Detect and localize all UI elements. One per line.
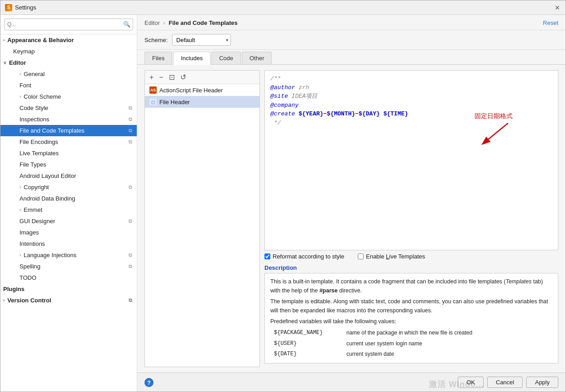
add-button[interactable]: + <box>148 73 155 82</box>
window-controls: ✕ <box>554 4 561 11</box>
search-box: 🔍 <box>0 15 137 34</box>
search-input[interactable] <box>4 19 133 30</box>
chevron-icon: › <box>3 38 5 43</box>
breadcrumb-separator: › <box>163 19 167 26</box>
right-panel: Editor › File and Code Templates Reset S… <box>137 15 566 392</box>
bottom-bar: ? 激活 Windo... OK Cancel Apply <box>137 373 566 392</box>
reset-link[interactable]: Reset <box>543 19 558 26</box>
options-row: Reformat according to style Enable Live … <box>264 250 558 262</box>
desc-line1: This is a built-in template. It contains… <box>270 277 552 295</box>
file-header-icon: ◻ <box>149 98 157 105</box>
revert-button[interactable]: ↺ <box>178 72 188 82</box>
template-list-panel: + − ⊡ ↺ AS ActionScript File Header ◻ Fi… <box>144 70 260 367</box>
sidebar-item-version-control[interactable]: › Version Control ⧉ <box>0 295 137 306</box>
list-item-file-header[interactable]: ◻ File Header <box>145 96 259 108</box>
sidebar-item-general[interactable]: › General <box>0 68 137 80</box>
annotation-text: 固定日期格式 <box>475 111 513 121</box>
sidebar-item-live-templates[interactable]: Live Templates <box>0 148 137 159</box>
tabs-row: Files Includes Code Other <box>137 50 566 65</box>
sidebar-item-keymap[interactable]: Keymap <box>0 46 137 57</box>
search-icon: 🔍 <box>123 21 130 28</box>
sidebar-item-code-style[interactable]: Code Style ⧉ <box>0 102 137 114</box>
table-row: ${PACKAGE_NAME} name of the package in w… <box>270 328 552 338</box>
sidebar-item-plugins[interactable]: Plugins <box>0 283 137 295</box>
template-list: AS ActionScript File Header ◻ File Heade… <box>145 84 259 367</box>
main-content: 🔍 › Appearance & Behavior Keymap ∨ Edito… <box>0 15 566 392</box>
live-templates-checkbox-label[interactable]: Enable Live Templates <box>358 253 425 260</box>
scheme-select[interactable]: Default Project <box>172 34 231 46</box>
cancel-button[interactable]: Cancel <box>487 377 523 388</box>
title-bar: S Settings ✕ <box>0 0 566 15</box>
sidebar-item-todo[interactable]: TODO <box>0 272 137 283</box>
apply-button[interactable]: Apply <box>526 377 558 388</box>
sidebar-item-images[interactable]: Images <box>0 227 137 238</box>
tab-files[interactable]: Files <box>144 52 172 64</box>
scheme-select-wrap: Default Project ▾ <box>172 34 231 46</box>
reformat-checkbox-label[interactable]: Reformat according to style <box>264 253 344 260</box>
sidebar-item-font[interactable]: Font <box>0 80 137 91</box>
arrow-icon <box>476 121 513 148</box>
reformat-checkbox[interactable] <box>264 253 270 259</box>
window-title: Settings <box>15 4 554 11</box>
help-button[interactable]: ? <box>144 378 153 387</box>
sidebar-item-color-scheme[interactable]: › Color Scheme <box>0 91 137 102</box>
chevron-right-icon: › <box>19 72 21 76</box>
sidebar-item-gui-designer[interactable]: GUI Designer ⧉ <box>0 215 137 227</box>
ok-button[interactable]: OK <box>458 377 484 388</box>
sidebar: 🔍 › Appearance & Behavior Keymap ∨ Edito… <box>0 15 137 392</box>
sidebar-item-file-types[interactable]: File Types <box>0 159 137 170</box>
copy-badge: ⧉ <box>129 105 132 111</box>
svg-line-1 <box>483 123 508 143</box>
list-item-actionscript[interactable]: AS ActionScript File Header <box>145 84 259 96</box>
close-button[interactable]: ✕ <box>554 4 561 11</box>
desc-line2: The template is editable. Along with sta… <box>270 297 552 315</box>
actionscript-icon: AS <box>149 86 157 94</box>
description-panel: Description This is a built-in template.… <box>264 262 558 367</box>
code-editor[interactable]: /** @author zrh @site IDEA项目 @company @c… <box>264 70 558 250</box>
sidebar-item-file-encodings[interactable]: File Encodings ⧉ <box>0 136 137 148</box>
sidebar-item-copyright[interactable]: › Copyright ⧉ <box>0 182 137 193</box>
app-icon: S <box>5 4 12 11</box>
settings-window: S Settings ✕ 🔍 › Appearance & Behavior K… <box>0 0 566 392</box>
sidebar-item-appearance[interactable]: › Appearance & Behavior <box>0 34 137 46</box>
tab-code[interactable]: Code <box>211 52 241 64</box>
tab-includes[interactable]: Includes <box>173 52 210 65</box>
scheme-row: Scheme: Default Project ▾ <box>137 30 566 50</box>
sidebar-item-inspections[interactable]: Inspections ⧉ <box>0 114 137 125</box>
sidebar-item-editor[interactable]: ∨ Editor <box>0 57 137 68</box>
tab-other[interactable]: Other <box>242 52 272 64</box>
desc-vars-table: ${PACKAGE_NAME} name of the package in w… <box>270 328 552 359</box>
copy-button[interactable]: ⊡ <box>167 72 177 82</box>
code-panel: /** @author zrh @site IDEA项目 @company @c… <box>264 70 558 367</box>
desc-line3: Predefined variables will take the follo… <box>270 317 552 326</box>
panel-header: Editor › File and Code Templates Reset <box>137 15 566 30</box>
sidebar-item-android-layout-editor[interactable]: Android Layout Editor <box>0 170 137 182</box>
chevron-down-icon: ∨ <box>3 60 6 65</box>
live-templates-checkbox[interactable] <box>358 253 364 259</box>
table-row: ${DATE} current system date <box>270 349 552 359</box>
remove-button[interactable]: − <box>157 73 165 82</box>
breadcrumb: Editor › File and Code Templates <box>144 19 238 26</box>
table-row: ${USER} current user system login name <box>270 339 552 349</box>
sidebar-item-android-data-binding[interactable]: Android Data Binding <box>0 193 137 204</box>
description-box: This is a built-in template. It contains… <box>264 273 558 363</box>
panel-body: + − ⊡ ↺ AS ActionScript File Header ◻ Fi… <box>137 65 566 373</box>
sidebar-item-file-code-templates[interactable]: File and Code Templates ⧉ <box>0 125 137 136</box>
description-title: Description <box>264 262 558 273</box>
sidebar-item-language-injections[interactable]: › Language Injections ⧉ <box>0 249 137 261</box>
sidebar-item-spelling[interactable]: Spelling ⧉ <box>0 261 137 272</box>
scheme-label: Scheme: <box>144 37 168 43</box>
sidebar-item-emmet[interactable]: › Emmet <box>0 204 137 215</box>
list-toolbar: + − ⊡ ↺ <box>145 71 259 84</box>
sidebar-item-intentions[interactable]: Intentions <box>0 238 137 249</box>
annotation: 固定日期格式 <box>475 111 513 148</box>
